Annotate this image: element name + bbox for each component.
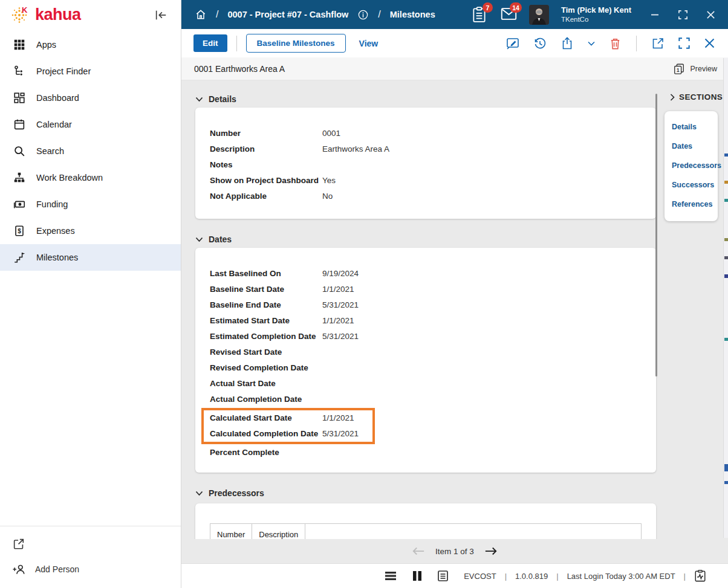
info-icon[interactable] (357, 9, 369, 21)
section-title: Dates (209, 234, 232, 244)
add-person-button[interactable]: Add Person (0, 557, 181, 582)
field-row: Baseline Start Date 1/1/2021 (210, 282, 642, 297)
field-row: Revised Completion Date (210, 360, 642, 376)
sidebar-item-funding[interactable]: Funding (0, 191, 181, 218)
close-record-icon[interactable] (703, 37, 716, 50)
next-item-arrow-icon[interactable] (484, 546, 498, 556)
activity-log-icon[interactable] (694, 569, 706, 583)
section-title: Details (209, 94, 236, 104)
toolbar-divider (236, 36, 237, 51)
field-label: Estimated Completion Date (210, 329, 322, 344)
details-card: Number 0001 Description Earthworks Area … (195, 108, 656, 219)
milestones-icon (13, 251, 26, 264)
open-external-button[interactable] (0, 531, 181, 557)
user-avatar[interactable] (529, 5, 549, 25)
section-link-details[interactable]: Details (672, 117, 710, 137)
markup-icon[interactable] (505, 36, 520, 51)
logo-row: K kahua (0, 0, 181, 30)
content-scrollbar[interactable] (655, 94, 657, 376)
field-label: Description (210, 141, 322, 157)
minimize-button[interactable] (647, 7, 663, 22)
toolbar-icons (505, 36, 716, 51)
sidebar-item-search[interactable]: Search (0, 138, 181, 164)
field-label: Percent Complete (210, 445, 322, 460)
view-button[interactable]: View (359, 39, 379, 48)
section-header-details[interactable]: Details (195, 91, 656, 108)
sidebar-item-project-finder[interactable]: Project Finder (0, 58, 181, 85)
field-value: Yes (322, 173, 336, 189)
status-last-login: Last Login Today 3:00 AM EDT (567, 572, 675, 581)
delete-icon[interactable] (608, 36, 622, 51)
field-label: Actual Start Date (210, 376, 322, 392)
breadcrumb-project[interactable]: 0007 - Project #07 - Cashflow (227, 10, 348, 19)
user-org: TKentCo (561, 15, 631, 24)
history-icon[interactable] (533, 36, 547, 51)
sections-panel: Details Dates Predecessors Successors Re… (665, 111, 718, 221)
section-link-dates[interactable]: Dates (672, 137, 710, 156)
home-icon[interactable] (195, 8, 207, 21)
minimize-icon (650, 10, 660, 19)
split-view-icon[interactable] (412, 570, 422, 581)
column-header-number[interactable]: Number (210, 524, 252, 539)
field-row: Last Baselined On 9/19/2024 (210, 266, 642, 282)
column-header-description[interactable]: Description (252, 524, 305, 539)
preview-toggle[interactable]: 1 Preview (673, 63, 717, 75)
sidebar-footer: Add Person (0, 526, 181, 588)
user-info[interactable]: Tim (Pick Me) Kent TKentCo (561, 5, 631, 24)
list-view-icon[interactable] (385, 571, 397, 581)
expand-icon[interactable] (678, 37, 691, 50)
sections-panel-title: SECTIONS (679, 92, 723, 102)
open-in-new-icon[interactable] (651, 36, 665, 51)
sidebar-item-milestones[interactable]: Milestones (0, 244, 181, 271)
sidebar-item-work-breakdown[interactable]: Work Breakdown (0, 164, 181, 191)
edit-button[interactable]: Edit (193, 34, 227, 52)
sidebar-item-expenses[interactable]: $ Expenses (0, 218, 181, 244)
preview-pages-icon: 1 (673, 63, 685, 75)
sidebar-item-label: Apps (36, 40, 56, 50)
add-person-icon (12, 563, 27, 576)
previous-item-arrow-icon[interactable] (412, 546, 425, 556)
baseline-milestones-button[interactable]: Baseline Milestones (246, 34, 346, 53)
section-link-predecessors[interactable]: Predecessors (672, 156, 710, 175)
field-row: Description Earthworks Area A (210, 141, 642, 157)
apps-grid-icon (13, 38, 26, 51)
field-value: 5/31/2021 (322, 329, 359, 344)
field-label: Calculated Start Date (210, 410, 322, 426)
field-label: Notes (210, 157, 322, 173)
sidebar-item-label: Expenses (36, 226, 75, 236)
close-window-button[interactable] (703, 7, 718, 22)
section-header-dates[interactable]: Dates (195, 231, 656, 248)
tasks-button[interactable]: 7 (471, 6, 488, 23)
background-window-edge (723, 58, 728, 538)
predecessors-table: Number Description (210, 523, 642, 539)
record-title: 0001 Earthworks Area A (194, 64, 285, 74)
field-label: Number (210, 126, 322, 141)
close-icon (706, 10, 716, 20)
chevron-down-icon[interactable] (587, 39, 596, 48)
section-header-predecessors[interactable]: Predecessors (195, 485, 656, 502)
share-icon[interactable] (560, 36, 574, 51)
chevron-right-icon (670, 94, 675, 101)
field-label: Baseline End Date (210, 297, 322, 313)
maximize-button[interactable] (675, 7, 691, 22)
section-link-successors[interactable]: Successors (672, 175, 710, 195)
sidebar-item-calendar[interactable]: Calendar (0, 111, 181, 138)
field-label: Show on Project Dashboard (210, 173, 322, 189)
field-row: Actual Completion Date (210, 392, 642, 407)
sidebar-item-apps[interactable]: Apps (0, 31, 181, 58)
detail-view-icon[interactable] (438, 570, 448, 581)
user-name: Tim (Pick Me) Kent (561, 5, 631, 15)
collapse-sidebar-icon[interactable] (154, 9, 167, 21)
sections-panel-toggle[interactable]: SECTIONS (670, 92, 723, 102)
status-separator: | (683, 572, 687, 581)
header-right: 7 14 (471, 5, 718, 25)
field-row: Not Applicable No (210, 189, 642, 204)
field-label: Actual Completion Date (210, 392, 322, 407)
messages-button[interactable]: 14 (500, 6, 517, 23)
field-label: Calculated Completion Date (210, 426, 322, 442)
status-separator: | (555, 572, 559, 581)
sidebar-item-dashboard[interactable]: Dashboard (0, 85, 181, 111)
section-link-references[interactable]: References (672, 195, 710, 214)
kahua-logo: K kahua (10, 4, 81, 26)
field-label: Estimated Start Date (210, 313, 322, 329)
